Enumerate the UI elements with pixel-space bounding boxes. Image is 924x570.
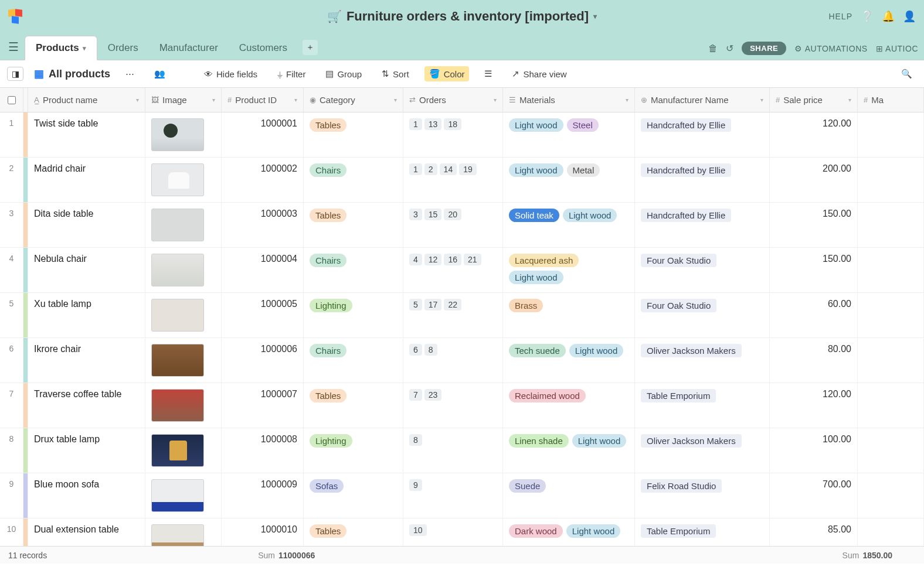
sort-button[interactable]: ⇅Sort (377, 66, 414, 81)
cell-manufacturer[interactable]: Felix Road Studio (635, 473, 770, 518)
view-menu-button[interactable]: ⋯ (121, 66, 139, 81)
cell-extra[interactable] (858, 383, 924, 428)
order-chip[interactable]: 16 (444, 254, 461, 265)
cell-manufacturer[interactable]: Table Emporium (635, 518, 770, 546)
table-row[interactable]: 4Nebula chair1000004Chairs4121621Lacquer… (0, 248, 924, 293)
cell-category[interactable]: Sofas (304, 473, 403, 518)
cell-product-id[interactable]: 1000005 (222, 293, 304, 337)
thumbnail[interactable] (151, 389, 204, 422)
category-pill[interactable]: Tables (310, 389, 346, 402)
cell-sale-price[interactable]: 150.00 (770, 203, 858, 247)
cell-sale-price[interactable]: 85.00 (770, 518, 858, 546)
table-row[interactable]: 1Twist side table1000001Tables11318Light… (0, 112, 924, 158)
cell-orders[interactable]: 723 (403, 383, 503, 428)
cell-sale-price[interactable]: 120.00 (770, 383, 858, 428)
cell-sale-price[interactable]: 120.00 (770, 112, 858, 157)
order-chip[interactable]: 14 (440, 163, 457, 175)
help-link[interactable]: HELP (828, 12, 852, 21)
cell-materials[interactable]: Linen shadeLight wood (503, 428, 635, 473)
tab-customers[interactable]: Customers (229, 36, 298, 60)
cell-product-name[interactable]: Xu table lamp (28, 293, 145, 337)
cell-manufacturer[interactable]: Four Oak Studio (635, 293, 770, 337)
color-button[interactable]: 🪣Color (424, 66, 470, 81)
material-chip[interactable]: Light wood (563, 209, 617, 222)
manufacturer-pill[interactable]: Four Oak Studio (641, 299, 716, 312)
material-chip[interactable]: Reclaimed wood (509, 389, 586, 402)
thumbnail[interactable] (151, 299, 204, 332)
category-pill[interactable]: Chairs (310, 344, 346, 357)
column-sale-price[interactable]: #Sale price▾ (770, 88, 858, 112)
column-product-name[interactable]: A̲Product name▾ (28, 88, 145, 112)
cell-image[interactable] (145, 383, 222, 428)
thumbnail[interactable] (151, 344, 204, 377)
thumbnail[interactable] (151, 254, 204, 286)
share-view-button[interactable]: ↗Share view (507, 66, 571, 81)
column-category[interactable]: ◉Category▾ (304, 88, 403, 112)
cell-materials[interactable]: Solid teakLight wood (503, 203, 635, 247)
cell-image[interactable] (145, 112, 222, 157)
cell-sale-price[interactable]: 100.00 (770, 428, 858, 473)
cell-materials[interactable]: Light woodMetal (503, 158, 635, 202)
cell-image[interactable] (145, 293, 222, 337)
trash-icon[interactable]: 🗑 (708, 43, 718, 54)
cell-image[interactable] (145, 248, 222, 292)
cell-materials[interactable]: Suede (503, 473, 635, 518)
cell-extra[interactable] (858, 248, 924, 292)
cell-materials[interactable]: Lacquered ashLight wood (503, 248, 635, 292)
cell-manufacturer[interactable]: Oliver Jackson Makers (635, 338, 770, 383)
cell-product-name[interactable]: Nebula chair (28, 248, 145, 292)
cell-materials[interactable]: Brass (503, 293, 635, 337)
cell-manufacturer[interactable]: Handcrafted by Ellie (635, 112, 770, 157)
column-extra[interactable]: #Ma (858, 88, 924, 112)
cell-product-id[interactable]: 1000010 (222, 518, 304, 546)
cell-manufacturer[interactable]: Four Oak Studio (635, 248, 770, 292)
cell-product-id[interactable]: 1000007 (222, 383, 304, 428)
category-pill[interactable]: Tables (310, 118, 346, 132)
thumbnail[interactable] (151, 118, 204, 151)
order-chip[interactable]: 1 (409, 163, 422, 175)
cell-category[interactable]: Tables (304, 112, 403, 157)
cell-product-name[interactable]: Traverse coffee table (28, 383, 145, 428)
table-row[interactable]: 8Drux table lamp1000008Lighting8Linen sh… (0, 428, 924, 473)
cell-extra[interactable] (858, 428, 924, 473)
cell-product-id[interactable]: 1000003 (222, 203, 304, 247)
table-row[interactable]: 2Madrid chair1000002Chairs121419Light wo… (0, 158, 924, 203)
app-logo[interactable] (8, 9, 22, 23)
thumbnail[interactable] (151, 479, 204, 512)
row-height-button[interactable]: ☰ (480, 66, 497, 81)
order-chip[interactable]: 8 (424, 344, 437, 356)
order-chip[interactable]: 15 (424, 209, 442, 220)
cell-image[interactable] (145, 203, 222, 247)
cell-sale-price[interactable]: 60.00 (770, 293, 858, 337)
manufacturer-pill[interactable]: Four Oak Studio (641, 254, 716, 267)
cell-product-name[interactable]: Blue moon sofa (28, 473, 145, 518)
material-chip[interactable]: Light wood (509, 271, 563, 284)
help-icon[interactable]: ❔ (861, 10, 874, 23)
thumbnail[interactable] (151, 209, 204, 241)
column-image[interactable]: 🖼Image▾ (145, 88, 222, 112)
manufacturer-pill[interactable]: Handcrafted by Ellie (641, 118, 731, 132)
add-table-button[interactable]: ＋ (303, 40, 318, 55)
menu-icon[interactable]: ☰ (8, 40, 19, 54)
material-chip[interactable]: Light wood (572, 434, 627, 448)
cell-extra[interactable] (858, 473, 924, 518)
order-chip[interactable]: 13 (424, 118, 442, 130)
cell-category[interactable]: Lighting (304, 428, 403, 473)
cell-product-id[interactable]: 1000008 (222, 428, 304, 473)
order-chip[interactable]: 10 (409, 524, 427, 536)
material-chip[interactable]: Suede (509, 479, 546, 493)
cell-orders[interactable]: 10 (403, 518, 503, 546)
category-pill[interactable]: Lighting (310, 299, 352, 312)
order-chip[interactable]: 8 (409, 434, 422, 446)
table-row[interactable]: 9Blue moon sofa1000009Sofas9SuedeFelix R… (0, 473, 924, 518)
cell-product-name[interactable]: Ikrore chair (28, 338, 145, 383)
material-chip[interactable]: Light wood (566, 524, 621, 538)
order-chip[interactable]: 3 (409, 209, 422, 220)
filter-button[interactable]: ⏚Filter (273, 67, 310, 81)
cell-orders[interactable]: 68 (403, 338, 503, 383)
cell-image[interactable] (145, 428, 222, 473)
cell-manufacturer[interactable]: Handcrafted by Ellie (635, 158, 770, 202)
cell-category[interactable]: Tables (304, 203, 403, 247)
sidebar-toggle[interactable]: ◨ (7, 67, 23, 81)
order-chip[interactable]: 22 (444, 299, 461, 310)
